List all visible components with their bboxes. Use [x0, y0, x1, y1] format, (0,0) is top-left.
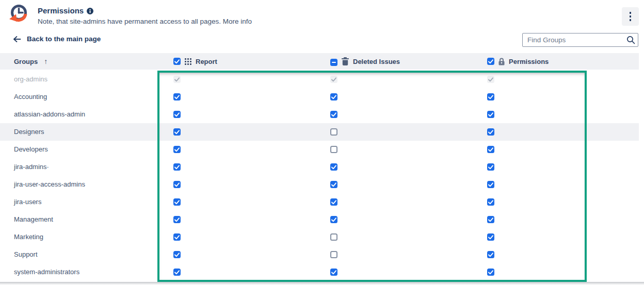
permissions-header-checkbox-box[interactable]: [487, 58, 494, 65]
table-row: Designers: [0, 123, 639, 141]
deleted-issues-checkbox[interactable]: [330, 181, 337, 188]
report-header-checkbox[interactable]: [173, 58, 181, 65]
deleted-issues-checkbox[interactable]: [330, 251, 337, 258]
table-row: atlassian-addons-admin: [0, 106, 639, 123]
permissions-checkbox[interactable]: [487, 216, 494, 223]
deleted-issues-checkbox[interactable]: [330, 198, 337, 206]
deleted-issues-checkbox[interactable]: [330, 111, 337, 118]
group-name: jira-admins·: [14, 158, 49, 176]
report-header-label: Report: [196, 58, 217, 65]
permissions-checkbox[interactable]: [487, 128, 494, 136]
table-row: system-administrators: [0, 263, 639, 281]
permissions-checkbox[interactable]: [487, 93, 494, 100]
permissions-column-header: Permissions: [487, 53, 549, 70]
kebab-dot: [630, 19, 632, 21]
report-checkbox[interactable]: [173, 146, 181, 153]
arrow-left-icon: [13, 36, 21, 43]
permissions-checkbox: [487, 76, 494, 83]
back-link-label: Back to the main page: [27, 35, 101, 43]
table-row: Marketing: [0, 228, 639, 246]
report-checkbox[interactable]: [173, 128, 181, 136]
permissions-checkbox[interactable]: [487, 111, 494, 118]
group-name: jira-users: [14, 193, 41, 211]
permissions-checkbox[interactable]: [487, 251, 494, 258]
table-header-row: Groups ↑ Report Deleted Issues: [0, 53, 639, 70]
table-row: Support: [0, 246, 639, 263]
table-row: org-admins: [0, 71, 639, 88]
permissions-checkbox[interactable]: [487, 198, 494, 206]
report-checkbox[interactable]: [173, 233, 181, 241]
deleted-issues-header-checkbox[interactable]: [330, 57, 337, 66]
permissions-checkbox[interactable]: [487, 181, 494, 188]
groups-column-header[interactable]: Groups ↑: [14, 53, 47, 70]
permissions-checkbox[interactable]: [487, 146, 494, 153]
table-row: Accounting: [0, 88, 639, 106]
page-header: Permissions: [38, 6, 93, 15]
group-name: Support: [14, 246, 38, 263]
permissions-checkbox[interactable]: [487, 163, 494, 171]
report-checkbox[interactable]: [173, 216, 181, 223]
kebab-dot: [630, 12, 632, 14]
group-name: Marketing: [14, 228, 43, 246]
info-icon[interactable]: [87, 8, 93, 14]
group-name: Accounting: [14, 88, 47, 106]
page-title: Permissions: [38, 6, 84, 15]
group-name: Developers: [14, 141, 48, 158]
deleted-issues-checkbox[interactable]: [330, 93, 337, 100]
permissions-header-label: Permissions: [509, 58, 549, 65]
report-header-checkbox-box[interactable]: [173, 58, 181, 65]
search-icon[interactable]: [626, 36, 635, 44]
deleted-issues-header-label: Deleted Issues: [353, 58, 400, 65]
group-name: Designers: [14, 123, 44, 141]
bottom-shadow: [0, 282, 644, 285]
report-checkbox: [173, 76, 181, 83]
trash-icon: [342, 57, 349, 65]
report-checkbox[interactable]: [173, 163, 181, 171]
lock-icon: [498, 58, 505, 65]
group-name: org-admins: [14, 71, 47, 88]
table-row: jira-user-access-admins: [0, 176, 639, 193]
permissions-checkbox[interactable]: [487, 233, 494, 241]
report-checkbox[interactable]: [173, 198, 181, 206]
deleted-issues-checkbox[interactable]: [330, 128, 337, 136]
report-checkbox[interactable]: [173, 93, 181, 100]
groups-header-label: Groups: [14, 58, 38, 65]
groups-table-body: org-adminsAccountingatlassian-addons-adm…: [0, 71, 644, 281]
deleted-issues-checkbox[interactable]: [330, 233, 337, 241]
permissions-checkbox[interactable]: [487, 269, 494, 276]
table-row: Management: [0, 211, 639, 228]
deleted-issues-column-header: Deleted Issues: [330, 53, 400, 70]
sort-ascending-icon: ↑: [44, 57, 47, 65]
grid-icon: [185, 58, 191, 65]
deleted-issues-checkbox[interactable]: [330, 216, 337, 223]
find-groups-search: [522, 33, 638, 47]
page-subtitle: Note, that site-admins have permanent ac…: [38, 17, 252, 26]
search-input[interactable]: [523, 33, 629, 46]
group-name: atlassian-addons-admin: [14, 106, 85, 123]
more-info-link[interactable]: More info: [223, 18, 252, 25]
kebab-dot: [630, 15, 632, 18]
report-checkbox[interactable]: [173, 111, 181, 118]
group-name: system-administrators: [14, 263, 79, 281]
app-logo-clock-icon: [7, 3, 29, 26]
group-name: jira-user-access-admins: [14, 176, 85, 193]
permissions-header-checkbox[interactable]: [487, 58, 494, 65]
deleted-issues-checkbox[interactable]: [330, 146, 337, 153]
subtitle-text: Note, that site-admins have permanent ac…: [38, 18, 221, 25]
deleted-issues-checkbox[interactable]: [330, 269, 337, 276]
table-row: jira-users: [0, 193, 639, 211]
deleted-issues-checkbox[interactable]: [330, 163, 337, 171]
report-checkbox[interactable]: [173, 269, 181, 276]
report-column-header: Report: [173, 53, 217, 70]
group-name: Management: [14, 211, 53, 228]
table-row: Developers: [0, 141, 639, 158]
back-to-main-page-link[interactable]: Back to the main page: [13, 35, 101, 43]
permissions-page: Permissions Note, that site-admins have …: [0, 0, 644, 285]
table-row: jira-admins·: [0, 158, 639, 176]
report-checkbox[interactable]: [173, 181, 181, 188]
deleted-issues-checkbox: [330, 76, 337, 83]
deleted-issues-header-checkbox-box[interactable]: [330, 59, 337, 66]
report-checkbox[interactable]: [173, 251, 181, 258]
more-options-button[interactable]: [622, 7, 639, 26]
